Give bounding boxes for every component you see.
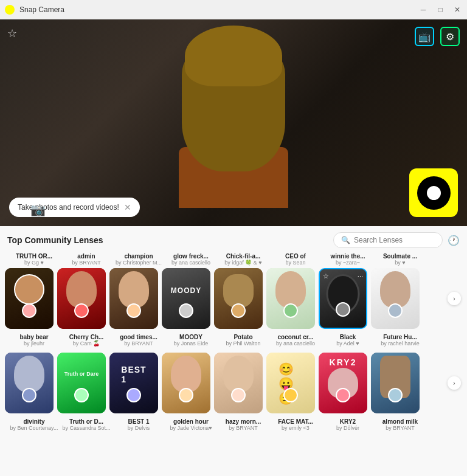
tooltip-close-button[interactable]: ✕ [124, 202, 131, 212]
label-item: CEO of by Sean [271, 253, 320, 266]
face-thumb [119, 271, 149, 308]
face-thumb [14, 356, 44, 392]
lens-info-baby-bear: baby bear by jleuhr [10, 334, 58, 347]
history-icon[interactable]: 🕐 [448, 235, 460, 246]
face-thumb [14, 274, 44, 305]
camera-tooltip: Take photos and record videos! ✕ [9, 198, 140, 217]
kry2-text: KRY2 [330, 357, 357, 367]
lens-avatar [126, 388, 141, 402]
search-box[interactable]: 🔍 [333, 232, 443, 248]
lens-card-divinity[interactable] [5, 353, 54, 413]
snapcode-circle [423, 182, 445, 204]
capture-icon[interactable]: 📷 [30, 202, 46, 217]
lens-info-best1: BEST 1 by Delvis [114, 418, 163, 431]
label-item: winnie the... by ~zara~ [323, 253, 372, 266]
label-item: TRUTH OR... by Gg ♥ [10, 253, 58, 266]
lens-avatar [179, 303, 193, 318]
top-labels-row: TRUTH OR... by Gg ♥ admin by BRYANT cham… [5, 252, 462, 268]
lens-info-future: Future Hu... by rachel harvie [376, 334, 424, 347]
search-icon: 🔍 [341, 236, 350, 244]
minimize-button[interactable]: ─ [418, 5, 428, 15]
lens-avatar [179, 388, 193, 402]
lens-card-cherry[interactable] [57, 268, 106, 329]
title-bar: Snap Camera ─ □ ✕ [0, 0, 467, 19]
lens-info-golden-hour: golden hour by Jade Victoria♥ [167, 418, 215, 431]
lens-info-truth-or-d: Truth or D... by Cassandra Sot... [62, 418, 111, 431]
lens-info-row-3: divinity by Ben Courtenay... Truth or D.… [5, 418, 462, 431]
lens-avatar [231, 303, 246, 318]
lens-info-coconut: coconut cr... by ana casciello [271, 334, 320, 347]
lens-card-good-times[interactable] [109, 268, 158, 329]
moody-text: MOODY [171, 286, 201, 295]
lens-info-good-times: good times... by BRYANT [114, 334, 163, 347]
face-thumb [223, 274, 254, 308]
label-item: Soulmate ... by ♥ [376, 253, 424, 266]
lens-info-moody: MOODY by Jonas Eide [167, 334, 215, 347]
lens-avatar [283, 303, 298, 318]
lens-card-baby-bear[interactable] [5, 268, 54, 329]
hair-top [185, 26, 282, 86]
lens-card-best1[interactable]: BEST 1 [109, 353, 158, 413]
row2-scroll-right[interactable]: › [448, 292, 461, 305]
face-area [173, 38, 294, 208]
lens-card-black[interactable]: ☆ ··· [319, 268, 367, 329]
search-area: 🔍 🕐 [333, 232, 460, 248]
app-window: ☆ 📺 ⚙ Take photos and record videos! ✕ 📷 [0, 19, 467, 476]
snapcode-inner [417, 176, 451, 210]
lens-card-hazy[interactable] [214, 353, 263, 413]
favorite-icon[interactable]: ☆ [7, 27, 17, 40]
top-right-icons: 📺 ⚙ [415, 27, 460, 46]
lens-card-kry2[interactable]: KRY2 [319, 353, 367, 413]
face-thumb [171, 356, 201, 392]
lens-card-coconut[interactable] [266, 268, 315, 329]
lens-avatar [336, 302, 350, 317]
bottom-panel: Top Community Lenses 🔍 🕐 TRUTH OR... by … [0, 226, 467, 476]
lens-info-almond-milk: almond milk by BRYANT [376, 418, 424, 431]
app-icon [5, 5, 15, 15]
twitch-icon: 📺 [418, 31, 431, 43]
maximize-button[interactable]: □ [435, 5, 445, 15]
lens-avatar [22, 303, 36, 318]
lens-row-2: MOODY [5, 268, 462, 329]
label-item: champion by Christopher M... [114, 253, 163, 266]
close-button[interactable]: ✕ [452, 5, 462, 15]
lens-info-facemat: FACE MAT... by emily <3 [271, 418, 320, 431]
lens-avatar [126, 303, 141, 318]
lens-row-3: Truth or Dare BEST 1 [5, 353, 462, 413]
search-row: Top Community Lenses 🔍 🕐 [0, 226, 467, 252]
lens-card-future[interactable] [371, 268, 420, 329]
settings-icon: ⚙ [446, 31, 454, 43]
lens-avatar [22, 388, 36, 402]
lens-card-truth-or-d[interactable]: Truth or Dare [57, 353, 106, 413]
twitch-button[interactable]: 📺 [415, 27, 434, 46]
face-thumb [380, 271, 410, 308]
card-more-icon: ··· [358, 272, 363, 280]
lens-avatar [336, 388, 350, 402]
lens-card-golden-hour[interactable] [162, 353, 210, 413]
window-controls: ─ □ ✕ [418, 5, 462, 15]
lens-row-2-wrapper: MOODY [5, 268, 462, 329]
card-star-icon: ☆ [323, 272, 329, 280]
lens-row-3-wrapper: Truth or Dare BEST 1 [5, 353, 462, 413]
lens-avatar [283, 388, 298, 402]
label-item: Chick-fil-a... by idgaf 🍀 & ♥ [219, 253, 268, 266]
snapcode[interactable] [409, 168, 458, 217]
search-input[interactable] [354, 236, 435, 244]
lens-card-moody[interactable]: MOODY [162, 268, 210, 329]
face-thumb [275, 271, 306, 308]
row3-scroll-right[interactable]: › [448, 376, 461, 390]
face-thumb [223, 356, 254, 392]
best1-text: BEST 1 [121, 365, 146, 384]
lens-card-facemat[interactable]: 😊😛😑 [266, 353, 315, 413]
lens-scroll-area: TRUTH OR... by Gg ♥ admin by BRYANT cham… [0, 252, 467, 476]
lens-avatar [388, 388, 403, 402]
lens-info-kry2: KRY2 by Dőlvér [323, 418, 372, 431]
lens-info-hazy: hazy morn... by BRYANT [219, 418, 268, 431]
lens-avatar [74, 303, 89, 318]
lens-card-potato[interactable] [214, 268, 263, 329]
settings-button[interactable]: ⚙ [440, 27, 460, 46]
lens-info-divinity: divinity by Ben Courtenay... [10, 418, 58, 431]
lens-card-almond-milk[interactable] [371, 353, 420, 413]
truth-text: Truth or Dare [60, 371, 103, 377]
lens-info-cherry: Cherry Ch... by Cam 🍒 [62, 334, 111, 347]
